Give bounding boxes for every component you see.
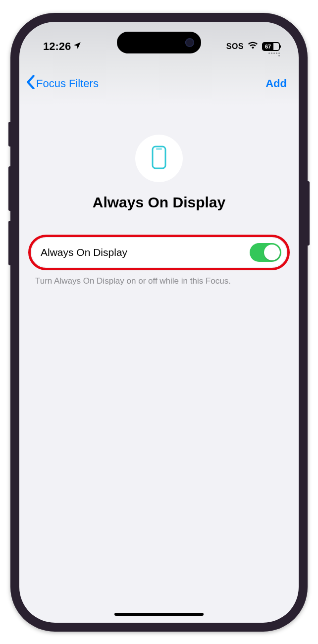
- always-on-display-toggle[interactable]: [250, 243, 281, 262]
- settings-group: Always On Display Turn Always On Display…: [19, 211, 299, 286]
- status-right: SOS 67: [226, 41, 280, 51]
- hero: Always On Display: [19, 96, 299, 211]
- add-button[interactable]: Add: [265, 77, 287, 90]
- page-title: Always On Display: [93, 194, 225, 211]
- row-label: Always On Display: [41, 247, 127, 258]
- phone-frame: 12:26 SOS 67 Focus Filter: [10, 13, 308, 632]
- setting-footer: Turn Always On Display on or off while i…: [28, 270, 290, 286]
- location-icon: [73, 40, 82, 53]
- battery-level: 67: [265, 44, 271, 50]
- dynamic-island: [117, 32, 201, 53]
- svg-rect-0: [153, 147, 165, 168]
- status-dots: [268, 52, 280, 56]
- status-left: 12:26: [43, 40, 82, 53]
- screen: 12:26 SOS 67 Focus Filter: [19, 22, 299, 623]
- home-indicator[interactable]: [114, 613, 204, 616]
- back-button[interactable]: Focus Filters: [26, 75, 99, 92]
- chevron-left-icon: [26, 75, 35, 92]
- highlight-annotation: Always On Display: [28, 235, 290, 270]
- wifi-icon: [248, 41, 258, 51]
- front-camera: [185, 38, 194, 47]
- back-label: Focus Filters: [36, 77, 99, 90]
- status-time: 12:26: [43, 40, 71, 53]
- sos-indicator: SOS: [226, 42, 244, 51]
- phone-icon: [152, 146, 166, 171]
- hero-icon-circle: [135, 135, 183, 182]
- battery-icon: 67: [262, 42, 280, 51]
- side-button: [308, 181, 310, 246]
- nav-bar: Focus Filters Add: [19, 61, 299, 96]
- always-on-display-row[interactable]: Always On Display: [32, 238, 286, 267]
